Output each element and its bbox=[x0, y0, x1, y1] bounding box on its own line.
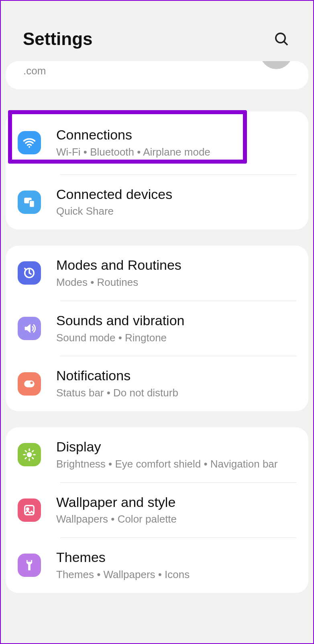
row-text: Connections Wi-Fi • Bluetooth • Airplane… bbox=[56, 127, 296, 159]
row-title: Connected devices bbox=[56, 186, 296, 203]
settings-group-display: Display Brightness • Eye comfort shield … bbox=[6, 427, 308, 593]
search-icon bbox=[273, 31, 290, 47]
row-subtitle: Modes • Routines bbox=[56, 276, 296, 289]
row-text: Themes Themes • Wallpapers • Icons bbox=[56, 549, 296, 582]
settings-group-connections: Connections Wi-Fi • Bluetooth • Airplane… bbox=[6, 111, 308, 230]
row-subtitle: Sound mode • Ringtone bbox=[56, 331, 296, 345]
account-email-fragment: .com bbox=[18, 65, 46, 77]
row-connected-devices[interactable]: Connected devices Quick Share bbox=[6, 175, 308, 230]
svg-rect-17 bbox=[25, 506, 34, 515]
row-wallpaper-style[interactable]: Wallpaper and style Wallpapers • Color p… bbox=[6, 483, 308, 538]
page-title: Settings bbox=[23, 29, 93, 49]
row-subtitle: Wallpapers • Color palette bbox=[56, 513, 296, 526]
row-title: Modes and Routines bbox=[56, 257, 296, 273]
row-connections[interactable]: Connections Wi-Fi • Bluetooth • Airplane… bbox=[6, 111, 308, 174]
row-text: Display Brightness • Eye comfort shield … bbox=[56, 439, 296, 471]
row-themes[interactable]: Themes Themes • Wallpapers • Icons bbox=[6, 538, 308, 593]
svg-point-0 bbox=[276, 33, 285, 43]
notifications-icon bbox=[18, 372, 41, 396]
row-subtitle: Themes • Wallpapers • Icons bbox=[56, 568, 296, 582]
wifi-icon bbox=[18, 131, 41, 154]
wallpaper-icon bbox=[18, 498, 41, 522]
row-title: Wallpaper and style bbox=[56, 494, 296, 511]
row-text: Wallpaper and style Wallpapers • Color p… bbox=[56, 494, 296, 527]
row-text: Connected devices Quick Share bbox=[56, 186, 296, 219]
svg-line-15 bbox=[25, 458, 26, 459]
sound-icon bbox=[18, 317, 41, 340]
svg-line-14 bbox=[33, 458, 33, 459]
svg-rect-4 bbox=[29, 201, 35, 207]
row-text: Notifications Status bar • Do not distur… bbox=[56, 367, 296, 400]
svg-point-7 bbox=[31, 381, 33, 384]
svg-line-16 bbox=[33, 451, 33, 451]
row-text: Modes and Routines Modes • Routines bbox=[56, 257, 296, 289]
row-title: Display bbox=[56, 439, 296, 455]
row-title: Sounds and vibration bbox=[56, 312, 296, 329]
themes-icon bbox=[18, 554, 41, 577]
svg-rect-19 bbox=[28, 560, 31, 562]
search-button[interactable] bbox=[272, 29, 291, 49]
row-title: Themes bbox=[56, 549, 296, 566]
svg-rect-6 bbox=[24, 380, 35, 387]
row-notifications[interactable]: Notifications Status bar • Do not distur… bbox=[6, 356, 308, 411]
row-modes-routines[interactable]: Modes and Routines Modes • Routines bbox=[6, 246, 308, 301]
row-subtitle: Wi-Fi • Bluetooth • Airplane mode bbox=[56, 146, 296, 159]
devices-icon bbox=[18, 191, 41, 214]
avatar bbox=[260, 61, 292, 69]
settings-group-modes: Modes and Routines Modes • Routines Soun… bbox=[6, 246, 308, 411]
header: Settings bbox=[1, 1, 313, 61]
account-card[interactable]: .com bbox=[6, 61, 308, 89]
display-icon bbox=[18, 443, 41, 466]
svg-point-8 bbox=[27, 452, 32, 457]
svg-point-18 bbox=[27, 508, 29, 510]
row-display[interactable]: Display Brightness • Eye comfort shield … bbox=[6, 427, 308, 482]
row-title: Notifications bbox=[56, 367, 296, 384]
row-subtitle: Status bar • Do not disturb bbox=[56, 386, 296, 400]
row-text: Sounds and vibration Sound mode • Ringto… bbox=[56, 312, 296, 345]
row-sounds-vibration[interactable]: Sounds and vibration Sound mode • Ringto… bbox=[6, 301, 308, 356]
svg-point-2 bbox=[29, 146, 30, 148]
modes-icon bbox=[18, 261, 41, 285]
svg-line-1 bbox=[284, 42, 287, 45]
row-subtitle: Brightness • Eye comfort shield • Naviga… bbox=[56, 457, 296, 471]
svg-line-13 bbox=[25, 451, 26, 451]
row-title: Connections bbox=[56, 127, 296, 143]
row-subtitle: Quick Share bbox=[56, 205, 296, 218]
